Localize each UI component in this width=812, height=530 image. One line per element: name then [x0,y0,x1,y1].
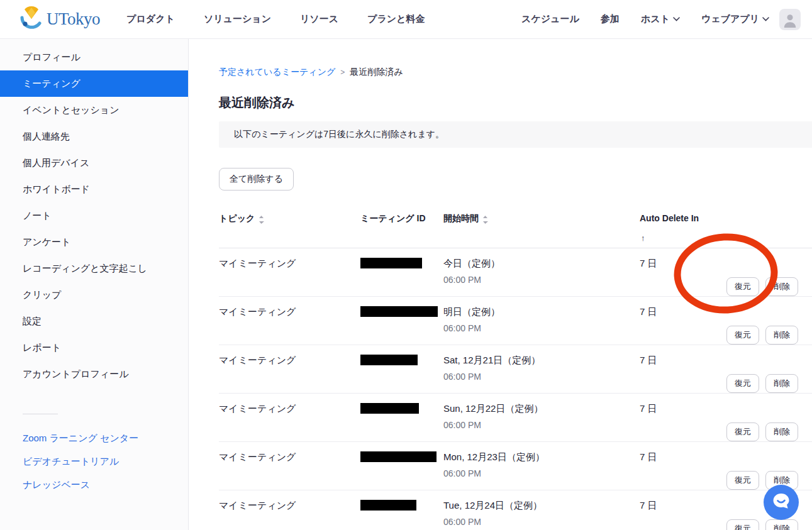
meeting-time: 06:00 PM [443,468,640,478]
restore-button[interactable]: 復元 [726,519,759,530]
utokyo-logo[interactable]: UTokyo [19,5,100,34]
chevron-down-icon [673,17,680,21]
redacted-meeting-id [360,355,418,365]
nav-action-label: ホスト [641,13,670,25]
meeting-date: Sun, 12月22日（定例） [443,394,640,415]
nav-item-3[interactable]: リソース [300,13,338,25]
redacted-meeting-id [360,451,437,462]
sidebar-item[interactable]: プロフィール [0,44,188,70]
table-row: マイミーティング今日（定例）06:00 PM7 日復元削除 [219,248,812,297]
breadcrumb-link-scheduled-meetings[interactable]: 予定されているミーティング [219,67,335,78]
utokyo-logo-icon [19,5,44,34]
nav-item-2[interactable]: ソリューション [204,13,271,25]
nav-action-label: スケジュール [521,13,579,25]
restore-button[interactable]: 復元 [726,471,759,490]
nav-item-1[interactable]: プロダクト [126,13,175,25]
nav-action-3[interactable]: ホスト [641,13,680,25]
sidebar-footer-link[interactable]: ナレッジベース [0,473,188,497]
delete-button[interactable]: 削除 [765,326,798,345]
meeting-topic: マイミーティング [219,297,360,345]
sidebar: プロフィールミーティングイベントとセッション個人連絡先個人用デバイスホワイトボー… [0,39,189,530]
delete-button[interactable]: 削除 [765,374,798,393]
nav-action-1[interactable]: スケジュール [521,13,579,25]
auto-delete-value: 7 日 [640,490,726,530]
auto-delete-value: 7 日 [640,345,726,393]
sidebar-divider [23,414,58,414]
page-title: 最近削除済み [219,94,812,111]
meeting-topic: マイミーティング [219,248,360,296]
breadcrumb-separator: > [340,68,345,77]
chat-bubble-icon [770,490,792,514]
nav-item-4[interactable]: プランと料金 [367,13,425,25]
column-header[interactable]: Auto Delete In↑ [640,213,726,248]
sidebar-item[interactable]: ミーティング [0,70,188,97]
table-row: マイミーティングSat, 12月21日（定例）06:00 PM7 日復元削除 [219,345,812,394]
restore-button[interactable]: 復元 [726,422,759,441]
sidebar-item[interactable]: レコーディングと文字起こし [0,255,188,282]
restore-button[interactable]: 復元 [726,326,759,345]
meeting-time: 06:00 PM [443,420,640,430]
restore-button[interactable]: 復元 [726,277,759,296]
user-avatar[interactable] [779,9,801,30]
sidebar-footer-link[interactable]: ビデオチュートリアル [0,450,188,473]
row-actions: 復元削除 [726,394,812,441]
redacted-meeting-id [360,306,438,317]
chevron-down-icon [762,17,769,21]
sidebar-item[interactable]: イベントとセッション [0,97,188,123]
sidebar-item[interactable]: 個人連絡先 [0,123,188,150]
meeting-id-cell [360,394,443,441]
sort-icon[interactable] [259,216,264,224]
meeting-time: 06:00 PM [443,372,640,382]
redacted-meeting-id [360,500,416,511]
restore-button[interactable]: 復元 [726,374,759,393]
sidebar-item[interactable]: クリップ [0,282,188,308]
table-row: マイミーティングMon, 12月23日（定例）06:00 PM7 日復元削除 [219,442,812,490]
meeting-id-cell [360,297,443,345]
column-header-actions [726,213,812,248]
breadcrumb-current: 最近削除済み [350,67,403,78]
nav-right: スケジュール参加ホストウェブアプリ [521,13,769,25]
row-actions: 復元削除 [726,248,812,296]
delete-button[interactable]: 削除 [765,422,798,441]
nav-action-2[interactable]: 参加 [601,13,620,25]
delete-button[interactable]: 削除 [765,277,798,296]
meeting-start-time-cell: 今日（定例）06:00 PM [443,248,640,296]
nav-action-label: ウェブアプリ [701,13,759,25]
nav-action-label: 参加 [601,13,620,25]
retention-notice: 以下のミーティングは7日後に永久に削除されます。 [219,121,812,148]
meeting-id-cell [360,248,443,296]
delete-button[interactable]: 削除 [765,519,798,530]
meeting-start-time-cell: Sat, 12月21日（定例）06:00 PM [443,345,640,393]
sidebar-item[interactable]: ホワイトボード [0,176,188,202]
main-content: 予定されているミーティング > 最近削除済み 最近削除済み 以下のミーティングは… [189,39,812,530]
table-row: マイミーティングSun, 12月22日（定例）06:00 PM7 日復元削除 [219,394,812,442]
sidebar-item[interactable]: 個人用デバイス [0,150,188,176]
meeting-time: 06:00 PM [443,323,640,333]
meeting-topic: マイミーティング [219,442,360,490]
column-header[interactable]: 開始時間 [443,213,640,248]
sort-icon[interactable] [482,216,488,224]
sort-ascending-icon[interactable]: ↑ [641,233,645,243]
column-header-label: ミーティング ID [360,213,426,224]
nav-action-4[interactable]: ウェブアプリ [701,13,769,25]
row-actions: 復元削除 [726,297,812,345]
sidebar-item[interactable]: 設定 [0,308,188,334]
sidebar-item[interactable]: アンケート [0,229,188,255]
meeting-id-cell [360,442,443,490]
meeting-date: Mon, 12月23日（定例） [443,442,640,463]
sidebar-item[interactable]: レポート [0,334,188,361]
meeting-date: Tue, 12月24日（定例） [443,490,640,512]
meeting-time: 06:00 PM [443,275,640,285]
delete-all-button[interactable]: 全て削除する [219,168,294,190]
column-header[interactable]: トピック [219,213,360,248]
column-header[interactable]: ミーティング ID [360,213,443,248]
table-row: マイミーティングTue, 12月24日（定例）06:00 PM7 日復元削除 [219,490,812,530]
sidebar-item[interactable]: ノート [0,202,188,229]
sidebar-item[interactable]: アカウントプロフィール [0,361,188,387]
meeting-id-cell [360,490,443,530]
sidebar-footer-link[interactable]: Zoom ラーニング センター [0,427,188,450]
meeting-start-time-cell: Sun, 12月22日（定例）06:00 PM [443,394,640,441]
auto-delete-value: 7 日 [640,297,726,345]
meeting-topic: マイミーティング [219,345,360,393]
chat-widget-button[interactable] [764,485,799,520]
